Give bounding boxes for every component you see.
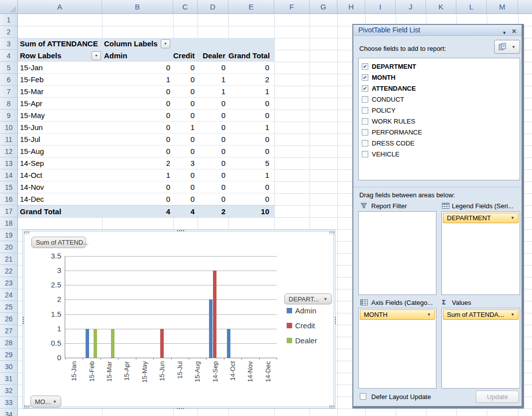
row-header-4[interactable]: 4 xyxy=(0,50,17,62)
pivot-value-cell[interactable]: 0 xyxy=(173,86,195,98)
pivot-row-label[interactable]: 14-Sep xyxy=(20,157,44,169)
row-header-18[interactable]: 18 xyxy=(0,217,17,229)
selection-handle[interactable] xyxy=(328,231,335,234)
row-header-23[interactable]: 23 xyxy=(0,277,17,289)
pivot-grand-total-label[interactable]: Grand Total xyxy=(20,206,61,218)
column-header-C[interactable]: C xyxy=(173,0,198,13)
row-header-34[interactable]: 34 xyxy=(0,409,17,416)
row-header-22[interactable]: 22 xyxy=(0,265,17,277)
row-header-16[interactable]: 16 xyxy=(0,193,17,205)
pivot-chart[interactable]: Sum of ATTEND... DEPART...▼ AdminCreditD… xyxy=(22,230,335,409)
pivot-row-label[interactable]: 14-Dec xyxy=(20,193,44,205)
axis-fields-box[interactable] xyxy=(358,308,436,389)
field-item-department[interactable]: ✔DEPARTMENT xyxy=(359,61,520,72)
selection-handle[interactable] xyxy=(328,405,335,408)
column-header-A[interactable]: A xyxy=(18,0,102,13)
pivot-value-cell[interactable]: 3 xyxy=(173,157,195,169)
pivot-value-cell[interactable]: 0 xyxy=(173,98,195,110)
pivot-value-cell[interactable]: 0 xyxy=(198,145,225,157)
values-field-pill[interactable]: Sum of ATTENDA...▼ xyxy=(443,309,519,320)
pivot-value-cell[interactable]: 0 xyxy=(173,110,195,122)
legend-field-button[interactable]: DEPART...▼ xyxy=(284,293,332,304)
field-item-conduct[interactable]: CONDUCT xyxy=(359,94,520,105)
row-header-15[interactable]: 15 xyxy=(0,181,17,193)
row-header-20[interactable]: 20 xyxy=(0,241,17,253)
select-all-corner[interactable] xyxy=(0,0,18,14)
pivot-value-cell[interactable]: 0 xyxy=(198,122,225,134)
row-header-17[interactable]: 17 xyxy=(0,205,17,217)
pivot-row-label[interactable]: 15-Apr xyxy=(20,98,42,110)
pivot-value-cell[interactable]: 0 xyxy=(102,62,170,74)
field-item-work-rules[interactable]: WORK RULES xyxy=(359,116,520,127)
axis-field-pill[interactable]: MONTH▼ xyxy=(360,309,435,320)
pivot-value-cell[interactable]: 0 xyxy=(198,157,225,169)
selection-handle[interactable] xyxy=(176,407,185,409)
column-labels-filter-dropdown[interactable]: ▼ xyxy=(161,39,170,48)
row-header-1[interactable]: 1 xyxy=(0,14,17,26)
column-header-M[interactable]: M xyxy=(487,0,518,13)
pivot-value-cell[interactable]: 0 xyxy=(173,134,195,145)
selection-handle[interactable] xyxy=(176,229,185,231)
pivot-value-cell[interactable]: 0 xyxy=(173,181,195,193)
row-header-7[interactable]: 7 xyxy=(0,86,17,98)
field-checkbox[interactable] xyxy=(362,118,368,125)
pivot-col-header-credit[interactable]: Credit xyxy=(173,50,195,62)
row-header-13[interactable]: 13 xyxy=(0,157,17,169)
field-checkbox[interactable] xyxy=(362,151,368,157)
pivot-value-cell[interactable]: 2 xyxy=(198,206,225,218)
pivot-row-label[interactable]: 14-Oct xyxy=(20,169,42,181)
pivot-row-labels[interactable]: Row Labels xyxy=(20,50,61,62)
pivot-value-cell[interactable]: 1 xyxy=(173,122,195,134)
row-header-30[interactable]: 30 xyxy=(0,361,17,373)
row-header-6[interactable]: 6 xyxy=(0,74,17,86)
legend-fields-box[interactable] xyxy=(441,211,520,295)
field-item-dress-code[interactable]: DRESS CODE xyxy=(359,138,520,148)
row-header-8[interactable]: 8 xyxy=(0,98,17,110)
row-header-33[interactable]: 33 xyxy=(0,397,17,409)
column-header-L[interactable]: L xyxy=(456,0,487,13)
pivot-value-cell[interactable]: 0 xyxy=(173,145,195,157)
pane-menu-dropdown-icon[interactable]: ▼ xyxy=(502,28,507,38)
pivot-row-label[interactable]: 15-Jul xyxy=(20,134,40,145)
row-header-11[interactable]: 11 xyxy=(0,134,17,145)
pivot-value-cell[interactable]: 0 xyxy=(173,169,195,181)
update-button[interactable]: Update xyxy=(476,391,519,403)
pivot-value-cell[interactable]: 0 xyxy=(228,98,269,110)
pivot-value-cell[interactable]: 0 xyxy=(173,193,195,205)
field-checkbox[interactable] xyxy=(362,140,368,146)
pivot-value-cell[interactable]: 0 xyxy=(228,145,269,157)
field-checkbox[interactable] xyxy=(362,107,368,114)
pivot-value-cell[interactable]: 0 xyxy=(102,86,170,98)
column-header-B[interactable]: B xyxy=(102,0,173,13)
report-filter-box[interactable] xyxy=(358,211,436,295)
pivot-value-cell[interactable]: 1 xyxy=(198,86,225,98)
field-checkbox[interactable] xyxy=(362,129,368,136)
row-header-24[interactable]: 24 xyxy=(0,289,17,301)
pivot-value-cell[interactable]: 10 xyxy=(228,206,269,218)
pivot-value-cell[interactable]: 0 xyxy=(102,181,170,193)
pivot-value-cell[interactable]: 4 xyxy=(102,206,170,218)
row-header-5[interactable]: 5 xyxy=(0,62,17,74)
field-item-vehicle[interactable]: VEHICLE xyxy=(359,148,520,159)
column-header-E[interactable]: E xyxy=(228,0,274,13)
pivot-value-cell[interactable]: 1 xyxy=(228,122,269,134)
row-header-19[interactable]: 19 xyxy=(0,229,17,241)
pivot-value-cell[interactable]: 0 xyxy=(228,62,269,74)
pivot-value-cell[interactable]: 0 xyxy=(228,193,269,205)
row-header-27[interactable]: 27 xyxy=(0,325,17,337)
pivot-row-label[interactable]: 15-May xyxy=(20,110,45,122)
values-box[interactable] xyxy=(441,308,520,389)
pivot-value-cell[interactable]: 1 xyxy=(228,86,269,98)
pivot-value-cell[interactable]: 2 xyxy=(102,157,170,169)
row-header-12[interactable]: 12 xyxy=(0,145,17,157)
selection-handle[interactable] xyxy=(334,316,336,325)
field-item-policy[interactable]: POLICY xyxy=(359,105,520,116)
pivot-value-cell[interactable]: 0 xyxy=(102,145,170,157)
column-header-G[interactable]: G xyxy=(310,0,337,13)
pivot-measure-label[interactable]: Sum of ATTENDANCE xyxy=(20,38,98,50)
column-header-K[interactable]: K xyxy=(426,0,456,13)
field-checkbox[interactable]: ✔ xyxy=(362,63,368,70)
pivot-value-cell[interactable]: 0 xyxy=(102,110,170,122)
pivot-value-cell[interactable]: 0 xyxy=(198,181,225,193)
row-header-28[interactable]: 28 xyxy=(0,337,17,349)
